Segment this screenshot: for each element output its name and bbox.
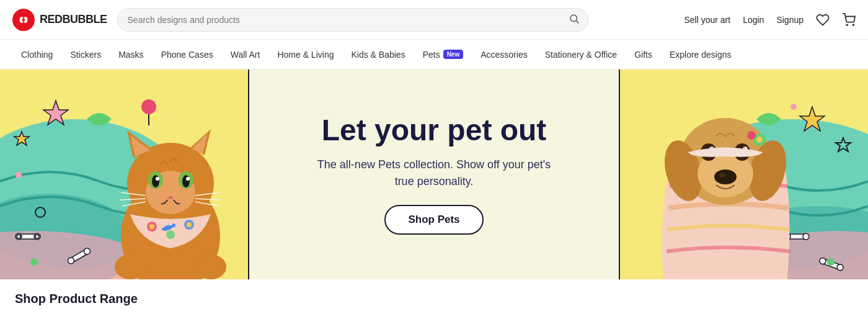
banner-subtext: The all-new Pets collection. Show off yo… bbox=[316, 156, 552, 190]
hero-banner: Let your pet out The all-new Pets collec… bbox=[0, 70, 868, 279]
svg-point-61 bbox=[149, 224, 154, 229]
svg-point-23 bbox=[35, 235, 39, 238]
shop-product-range-title: Shop Product Range bbox=[15, 292, 853, 306]
svg-point-77 bbox=[719, 173, 725, 178]
svg-point-65 bbox=[172, 223, 175, 227]
svg-point-6 bbox=[846, 24, 848, 25]
nav-item-kids-babies[interactable]: Kids & Babies bbox=[342, 40, 414, 70]
svg-point-7 bbox=[852, 24, 854, 25]
svg-point-76 bbox=[714, 169, 737, 184]
svg-point-80 bbox=[747, 131, 756, 140]
nav-item-home-living[interactable]: Home & Living bbox=[268, 40, 342, 70]
wishlist-button[interactable] bbox=[816, 13, 830, 27]
svg-point-49 bbox=[152, 175, 159, 187]
svg-point-67 bbox=[195, 255, 226, 279]
nav-item-masks[interactable]: Masks bbox=[110, 40, 152, 70]
nav-item-phone-cases[interactable]: Phone Cases bbox=[153, 40, 222, 70]
cart-button[interactable] bbox=[842, 13, 856, 27]
svg-point-50 bbox=[182, 175, 190, 187]
banner-content: Let your pet out The all-new Pets collec… bbox=[248, 70, 620, 279]
svg-point-3 bbox=[22, 18, 25, 22]
svg-point-62 bbox=[166, 230, 175, 239]
login-link[interactable]: Login bbox=[743, 15, 764, 25]
svg-line-5 bbox=[576, 20, 578, 23]
svg-point-4 bbox=[570, 15, 577, 22]
nav-item-wall-art[interactable]: Wall Art bbox=[222, 40, 269, 70]
svg-point-22 bbox=[17, 235, 20, 238]
nav-item-clothing[interactable]: Clothing bbox=[12, 40, 61, 70]
header: REDBUBBLE Sell your art Login Signup bbox=[0, 0, 868, 40]
cat-image bbox=[96, 87, 245, 279]
header-actions: Sell your art Login Signup bbox=[684, 13, 856, 27]
nav-item-explore-designs[interactable]: Explore designs bbox=[661, 40, 740, 70]
nav-item-accessories[interactable]: Accessories bbox=[472, 40, 536, 70]
logo-icon bbox=[12, 9, 35, 31]
svg-point-64 bbox=[187, 222, 192, 227]
svg-point-51 bbox=[156, 177, 159, 181]
svg-point-79 bbox=[756, 137, 763, 143]
pets-new-badge: New bbox=[443, 50, 464, 59]
nav-item-stationery-office[interactable]: Stationery & Office bbox=[536, 40, 626, 70]
bottom-section: Shop Product Range bbox=[0, 279, 868, 318]
svg-point-38 bbox=[827, 258, 835, 266]
nav-item-gifts[interactable]: Gifts bbox=[626, 40, 661, 70]
main-nav: Clothing Stickers Masks Phone Cases Wall… bbox=[0, 40, 868, 70]
svg-point-52 bbox=[186, 177, 190, 181]
svg-point-18 bbox=[16, 172, 22, 178]
nav-item-stickers[interactable]: Stickers bbox=[61, 40, 110, 70]
signup-link[interactable]: Signup bbox=[776, 15, 804, 25]
svg-point-66 bbox=[115, 255, 146, 279]
search-input[interactable] bbox=[117, 8, 588, 32]
svg-point-37 bbox=[30, 258, 38, 266]
search-button[interactable] bbox=[569, 13, 580, 27]
logo-wordmark: REDBUBBLE bbox=[40, 13, 107, 26]
logo-area[interactable]: REDBUBBLE bbox=[12, 9, 107, 31]
shop-pets-button[interactable]: Shop Pets bbox=[384, 205, 483, 235]
banner-heading: Let your pet out bbox=[322, 114, 547, 147]
sell-your-art-link[interactable]: Sell your art bbox=[684, 15, 730, 25]
dog-image bbox=[639, 87, 812, 279]
search-bar[interactable] bbox=[117, 8, 588, 32]
nav-item-pets[interactable]: Pets New bbox=[414, 40, 472, 70]
